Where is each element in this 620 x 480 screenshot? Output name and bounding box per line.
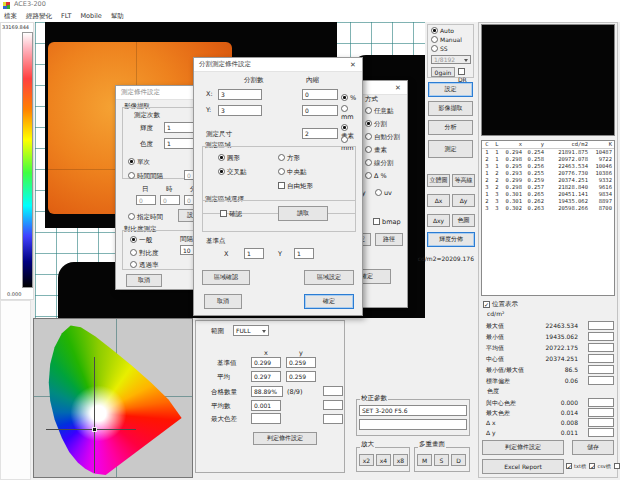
menu-path-change[interactable]: 經路變化 bbox=[26, 13, 52, 20]
radio-pixel-size[interactable] bbox=[341, 124, 348, 131]
radio-mm[interactable] bbox=[341, 105, 348, 112]
exposure-manual[interactable]: Manual bbox=[431, 36, 462, 44]
menu-help[interactable]: 幫助 bbox=[111, 13, 124, 20]
size-field[interactable]: 2 bbox=[302, 128, 338, 139]
radio-manual[interactable] bbox=[431, 36, 438, 43]
table-row[interactable]: 210.2980.25820972.0789722 bbox=[482, 156, 614, 163]
radio-size-mm[interactable] bbox=[341, 136, 348, 143]
radio-spec-time[interactable] bbox=[128, 213, 135, 220]
split-dialog-close-icon[interactable]: ✕ bbox=[346, 59, 360, 70]
summary-judge-button[interactable]: 判定條件設定 bbox=[253, 432, 317, 445]
exposure-auto[interactable]: Auto bbox=[431, 27, 454, 35]
region-set-button[interactable]: 區域設定 bbox=[304, 270, 354, 285]
shutter-select[interactable]: 1/8192 bbox=[431, 55, 471, 64]
delta-x-button[interactable]: Δx bbox=[427, 194, 450, 207]
confirm-check[interactable] bbox=[220, 210, 227, 217]
calibration-value-field[interactable]: SET 3-200 F5.6 bbox=[359, 405, 467, 416]
table-row[interactable]: 220.2990.25920374.2519332 bbox=[482, 177, 614, 184]
multi-d-button[interactable]: D bbox=[451, 454, 466, 466]
bmap-check[interactable] bbox=[373, 218, 380, 225]
method-window-close-icon[interactable]: ✕ bbox=[391, 82, 405, 93]
position-display-check[interactable] bbox=[483, 301, 490, 308]
bg-path-button[interactable]: 路徑 bbox=[375, 233, 403, 246]
radio-linesplit[interactable] bbox=[365, 159, 372, 166]
radio-center[interactable] bbox=[278, 168, 285, 175]
base-x-field[interactable]: 1 bbox=[244, 248, 264, 259]
radio-normal[interactable] bbox=[130, 236, 137, 243]
y-inner-field[interactable]: 0 bbox=[302, 105, 338, 116]
split-ok-button[interactable]: 確定 bbox=[304, 294, 354, 309]
confirm-checkbox-row[interactable]: 確認 bbox=[220, 210, 242, 218]
zoom-x8-button[interactable]: x8 bbox=[393, 454, 408, 466]
x-inner-field[interactable]: 0 bbox=[302, 89, 338, 100]
zoom-x4-button[interactable]: x4 bbox=[376, 454, 391, 466]
multi-s-button[interactable]: S bbox=[434, 454, 449, 466]
single-radio-row[interactable]: 單次 bbox=[128, 158, 150, 166]
x-split-field[interactable]: 3 bbox=[218, 89, 262, 100]
gain-button[interactable]: 0gain bbox=[431, 67, 455, 77]
method-split[interactable]: 分割 bbox=[365, 120, 387, 128]
radio-trans[interactable] bbox=[130, 261, 137, 268]
delta-y-button[interactable]: Δy bbox=[452, 194, 475, 207]
multi-m-button[interactable]: M bbox=[417, 454, 432, 466]
base-y-field[interactable]: 1 bbox=[294, 248, 314, 259]
measure-button[interactable]: 測定 bbox=[428, 140, 473, 158]
region-confirm-button[interactable]: 區域確認 bbox=[202, 270, 250, 285]
table-row[interactable]: 130.3010.26520451.1419834 bbox=[482, 191, 614, 198]
radio-pixel[interactable] bbox=[365, 146, 372, 153]
radio-interval[interactable] bbox=[128, 172, 135, 179]
radio-square[interactable] bbox=[278, 154, 285, 161]
method-delta-pct[interactable]: Δ % bbox=[365, 172, 387, 180]
freerect-checkbox-row[interactable]: 自由矩形 bbox=[278, 182, 313, 190]
contour-button[interactable]: 等高線 bbox=[452, 174, 475, 187]
radio-contrast[interactable] bbox=[130, 249, 137, 256]
radio-arbitrary[interactable] bbox=[365, 107, 372, 114]
radio-auto[interactable] bbox=[431, 27, 438, 34]
method-arbitrary[interactable]: 任意點 bbox=[365, 107, 394, 115]
method-autosplit[interactable]: 自動分割 bbox=[365, 133, 400, 141]
circle-radio-row[interactable]: 圓形 bbox=[218, 154, 240, 162]
split-cancel-button[interactable]: 取消 bbox=[204, 294, 242, 309]
spec-time-radio-row[interactable]: 指定時間 bbox=[128, 213, 163, 221]
method-pixel[interactable]: 畫素 bbox=[365, 146, 387, 154]
save-button[interactable]: 儲存 bbox=[572, 440, 614, 455]
csv-check[interactable] bbox=[589, 463, 595, 469]
position-display-checkbox[interactable]: 位置表示 bbox=[483, 300, 518, 308]
day-field[interactable]: 0 bbox=[136, 195, 156, 205]
table-row[interactable]: 230.3010.26219435.0628897 bbox=[482, 198, 614, 205]
analyze-button[interactable]: 分析 bbox=[428, 120, 473, 135]
calibration-value2-field[interactable] bbox=[359, 419, 467, 430]
luminance-distribution-button[interactable]: 輝度分佈 bbox=[427, 232, 475, 247]
menu-mobile[interactable]: Mobile bbox=[80, 13, 101, 20]
menu-file[interactable]: 檔案 bbox=[4, 13, 17, 20]
image-check[interactable] bbox=[614, 463, 620, 469]
stereo-button[interactable]: 立體圖 bbox=[427, 174, 450, 187]
capture-button[interactable]: 影像擷取 bbox=[428, 101, 473, 116]
normal-radio-row[interactable]: 一般 bbox=[130, 236, 152, 244]
trans-radio-row[interactable]: 透過率 bbox=[130, 261, 159, 269]
range-select[interactable]: FULL bbox=[233, 325, 269, 336]
exposure-ss[interactable]: SS bbox=[431, 45, 448, 53]
y-split-field[interactable]: 3 bbox=[218, 105, 262, 116]
contrast-radio-row[interactable]: 對比度 bbox=[130, 249, 159, 257]
interval-radio-row[interactable]: 時間間隔 bbox=[128, 172, 163, 180]
radio-ss[interactable] bbox=[431, 45, 438, 52]
table-row[interactable]: 320.2980.25721828.8409616 bbox=[482, 184, 614, 191]
method-linesplit[interactable]: 線分割 bbox=[365, 159, 394, 167]
table-row[interactable]: 330.3020.26320598.2668700 bbox=[482, 205, 614, 212]
coord-uv[interactable]: uv bbox=[375, 189, 392, 197]
read-button[interactable]: 讀取 bbox=[278, 206, 328, 221]
mm-radio-row[interactable]: mm bbox=[341, 105, 362, 121]
square-radio-row[interactable]: 方形 bbox=[278, 154, 300, 162]
bmap-checkbox[interactable]: bmap bbox=[373, 218, 401, 226]
radio-circle[interactable] bbox=[218, 154, 225, 161]
radio-split[interactable] bbox=[365, 120, 372, 127]
center-radio-row[interactable]: 中央點 bbox=[278, 168, 307, 176]
radio-delta-pct[interactable] bbox=[365, 172, 372, 179]
radio-coord-uv[interactable] bbox=[375, 189, 382, 196]
txt-check[interactable] bbox=[566, 463, 572, 469]
excel-report-button[interactable]: Excel Report bbox=[482, 459, 564, 474]
delta-xy-button[interactable]: Δxy bbox=[427, 214, 450, 227]
dialog-a-cancel-button[interactable]: 取消 bbox=[126, 274, 162, 287]
pct-radio-row[interactable]: % bbox=[341, 94, 356, 102]
